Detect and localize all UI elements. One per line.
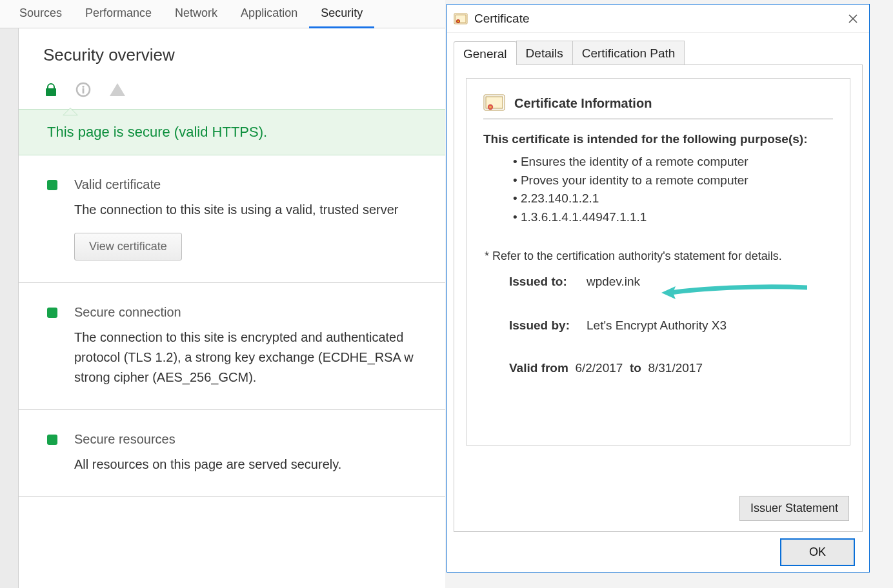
section-body: The connection to this site is using a v… bbox=[74, 200, 427, 220]
close-icon[interactable] bbox=[843, 14, 863, 23]
svg-rect-2 bbox=[83, 88, 85, 93]
issued-to-value: wpdev.ink bbox=[587, 275, 640, 289]
validity-row: Valid from 6/2/2017 to 8/31/2017 bbox=[509, 361, 833, 375]
valid-to-value: 8/31/2017 bbox=[648, 361, 703, 375]
purpose-item: 2.23.140.1.2.1 bbox=[513, 190, 833, 208]
valid-from-label: Valid from bbox=[509, 361, 568, 375]
section-body: The connection to this site is encrypted… bbox=[74, 328, 427, 387]
tab-general[interactable]: General bbox=[454, 41, 517, 65]
security-panel: Security overview This page is secure (v… bbox=[18, 28, 445, 588]
status-badge bbox=[47, 308, 57, 318]
tab-network[interactable]: Network bbox=[163, 0, 229, 28]
purpose-list: Ensures the identity of a remote compute… bbox=[513, 153, 833, 226]
dialog-title: Certificate bbox=[474, 12, 530, 26]
issued-to-row: Issued to: wpdev.ink bbox=[509, 275, 833, 289]
purpose-item: Proves your identity to a remote compute… bbox=[513, 172, 833, 190]
section-valid-certificate: Valid certificate The connection to this… bbox=[19, 155, 445, 283]
valid-to-label: to bbox=[630, 361, 641, 375]
devtools-left-gutter bbox=[0, 28, 18, 588]
secure-banner: This page is secure (valid HTTPS). bbox=[19, 109, 445, 155]
ok-button[interactable]: OK bbox=[780, 538, 855, 566]
tab-performance[interactable]: Performance bbox=[74, 0, 163, 28]
issued-by-label: Issued by: bbox=[509, 318, 580, 333]
svg-point-1 bbox=[82, 86, 84, 88]
purpose-item: Ensures the identity of a remote compute… bbox=[513, 153, 833, 172]
dialog-footer: OK bbox=[447, 532, 869, 572]
devtools-tabs: Sources Performance Network Application … bbox=[0, 0, 445, 28]
section-title: Secure resources bbox=[74, 432, 176, 447]
section-title: Valid certificate bbox=[74, 177, 161, 192]
cert-tabs: General Details Certification Path bbox=[454, 39, 863, 65]
issued-by-value: Let's Encrypt Authority X3 bbox=[587, 318, 727, 333]
certificate-dialog: Certificate General Details Certificatio… bbox=[446, 4, 870, 573]
purpose-heading: This certificate is intended for the fol… bbox=[483, 132, 833, 146]
purpose-item: 1.3.6.1.4.1.44947.1.1.1 bbox=[513, 208, 833, 227]
status-badge bbox=[47, 180, 57, 190]
tab-sources[interactable]: Sources bbox=[8, 0, 74, 28]
svg-point-6 bbox=[457, 20, 459, 21]
section-title: Secure connection bbox=[74, 305, 181, 320]
refer-note: * Refer to the certification authority's… bbox=[485, 250, 833, 263]
issued-by-row: Issued by: Let's Encrypt Authority X3 bbox=[509, 318, 833, 333]
page-title: Security overview bbox=[19, 28, 445, 73]
valid-from-value: 6/2/2017 bbox=[575, 361, 623, 375]
section-body: All resources on this page are served se… bbox=[74, 455, 427, 475]
tab-certification-path[interactable]: Certification Path bbox=[572, 41, 685, 64]
info-icon bbox=[75, 82, 91, 97]
status-icon-row bbox=[19, 73, 445, 109]
cert-info-title: Certificate Information bbox=[514, 96, 652, 111]
svg-point-10 bbox=[489, 106, 492, 108]
tab-security[interactable]: Security bbox=[309, 0, 374, 28]
issued-to-label: Issued to: bbox=[509, 275, 580, 289]
cert-general-panel: Certificate Information This certificate… bbox=[454, 65, 863, 532]
section-secure-resources: Secure resources All resources on this p… bbox=[19, 410, 445, 497]
issuer-statement-button[interactable]: Issuer Statement bbox=[739, 496, 849, 521]
section-secure-connection: Secure connection The connection to this… bbox=[19, 283, 445, 410]
lock-icon bbox=[45, 83, 57, 97]
certificate-badge-icon bbox=[483, 94, 505, 112]
view-certificate-button[interactable]: View certificate bbox=[74, 233, 182, 260]
warning-icon bbox=[109, 82, 126, 97]
cert-info-box: Certificate Information This certificate… bbox=[466, 78, 850, 446]
tab-application[interactable]: Application bbox=[229, 0, 309, 28]
dialog-titlebar: Certificate bbox=[447, 5, 869, 33]
status-badge bbox=[47, 435, 57, 445]
tab-details[interactable]: Details bbox=[516, 41, 573, 64]
certificate-icon bbox=[454, 13, 468, 24]
